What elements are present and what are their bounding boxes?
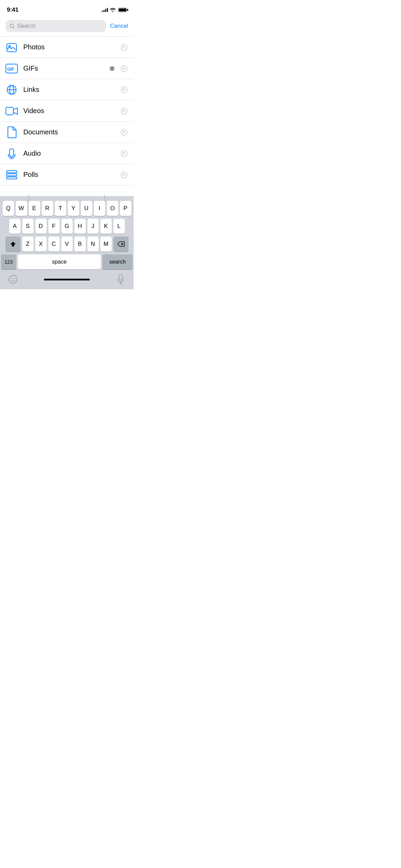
photos-icon — [5, 41, 18, 53]
videos-label: Videos — [23, 107, 114, 115]
numbers-key[interactable]: 123 — [1, 254, 16, 269]
key-j[interactable]: J — [87, 219, 99, 234]
photos-label: Photos — [23, 43, 114, 51]
key-t[interactable]: T — [55, 201, 66, 216]
key-n[interactable]: N — [87, 237, 99, 252]
list-item[interactable]: Links — [0, 79, 134, 100]
key-i[interactable]: I — [94, 201, 105, 216]
key-a[interactable]: A — [9, 219, 21, 234]
svg-rect-27 — [119, 275, 122, 280]
key-q[interactable]: Q — [3, 201, 14, 216]
search-input[interactable] — [17, 23, 102, 29]
search-bar[interactable] — [5, 20, 106, 32]
gifs-label: GIFs — [23, 64, 104, 72]
wifi-icon — [110, 8, 116, 12]
key-e[interactable]: E — [29, 201, 40, 216]
gifs-badge — [110, 66, 114, 71]
key-x[interactable]: X — [35, 237, 47, 252]
key-y[interactable]: Y — [68, 201, 79, 216]
emoji-key[interactable] — [5, 272, 21, 287]
list-item[interactable]: Polls — [0, 164, 134, 185]
links-label: Links — [23, 86, 114, 94]
list-item[interactable]: Audio — [0, 143, 134, 164]
svg-line-1 — [13, 27, 14, 28]
arrow-up-left-icon — [120, 43, 128, 51]
documents-label: Documents — [23, 128, 114, 136]
key-u[interactable]: U — [81, 201, 92, 216]
svg-text:GIF: GIF — [7, 67, 14, 72]
key-g[interactable]: G — [61, 219, 73, 234]
status-icons — [102, 8, 127, 12]
arrow-up-left-icon — [120, 107, 128, 115]
signal-bars-icon — [102, 8, 108, 12]
key-c[interactable]: C — [48, 237, 60, 252]
list-item[interactable]: Videos — [0, 100, 134, 122]
key-h[interactable]: H — [74, 219, 86, 234]
links-icon — [5, 84, 18, 96]
home-bar — [44, 279, 90, 280]
keyboard-row-2: A S D F G H J K L — [0, 217, 134, 235]
key-o[interactable]: O — [107, 201, 118, 216]
key-l[interactable]: L — [113, 219, 125, 234]
shift-key[interactable] — [5, 237, 21, 252]
list-item[interactable]: Photos — [0, 37, 134, 58]
microphone-key[interactable] — [113, 272, 128, 287]
key-z[interactable]: Z — [22, 237, 34, 252]
audio-label: Audio — [23, 149, 114, 157]
arrow-up-left-icon — [120, 171, 128, 179]
home-indicator — [44, 276, 90, 283]
keyboard-handle — [29, 194, 29, 201]
search-container: Cancel — [0, 17, 134, 36]
svg-point-26 — [14, 278, 15, 279]
key-p[interactable]: P — [120, 201, 131, 216]
keyboard-row-4: 123 space search — [0, 253, 134, 271]
list-item[interactable]: Documents — [0, 122, 134, 143]
keyboard-bottom-row — [0, 271, 134, 289]
svg-point-24 — [9, 275, 17, 284]
space-key[interactable]: space — [18, 254, 101, 269]
key-v[interactable]: V — [61, 237, 73, 252]
audio-icon — [5, 147, 18, 160]
key-m[interactable]: M — [100, 237, 112, 252]
arrow-up-left-icon — [120, 149, 128, 158]
svg-rect-12 — [6, 107, 13, 115]
search-results-list: Photos GIF GIFs — [0, 36, 134, 185]
key-s[interactable]: S — [22, 219, 34, 234]
keyboard-row-3: Z X C V B N M — [0, 235, 134, 253]
key-b[interactable]: B — [74, 237, 86, 252]
status-bar: 9:41 — [0, 0, 134, 17]
key-d[interactable]: D — [35, 219, 47, 234]
cancel-button[interactable]: Cancel — [110, 23, 128, 29]
svg-point-25 — [11, 278, 12, 279]
delete-key[interactable] — [113, 237, 129, 252]
search-icon — [10, 24, 14, 28]
status-time: 9:41 — [7, 7, 19, 13]
svg-rect-19 — [7, 174, 17, 176]
arrow-up-left-icon — [120, 86, 128, 94]
key-f[interactable]: F — [48, 219, 60, 234]
arrow-up-left-icon — [120, 64, 128, 73]
documents-icon — [5, 126, 18, 138]
gifs-icon: GIF — [5, 62, 18, 75]
battery-icon — [118, 8, 127, 12]
arrow-up-left-icon — [120, 128, 128, 136]
svg-rect-20 — [7, 177, 17, 179]
search-key[interactable]: search — [102, 254, 133, 269]
keyboard-spacer — [0, 196, 134, 200]
svg-rect-18 — [7, 171, 17, 173]
keyboard-row-1: Q W E R T Y U I O P — [0, 200, 134, 217]
keyboard: Q W E R T Y U I O P A S D F G H J K L Z … — [0, 196, 134, 289]
videos-icon — [5, 105, 18, 117]
polls-label: Polls — [23, 171, 114, 179]
key-r[interactable]: R — [42, 201, 53, 216]
polls-icon — [5, 169, 18, 181]
key-k[interactable]: K — [100, 219, 112, 234]
key-w[interactable]: W — [16, 201, 27, 216]
list-item[interactable]: GIF GIFs — [0, 58, 134, 79]
keyboard-handle — [105, 194, 105, 201]
